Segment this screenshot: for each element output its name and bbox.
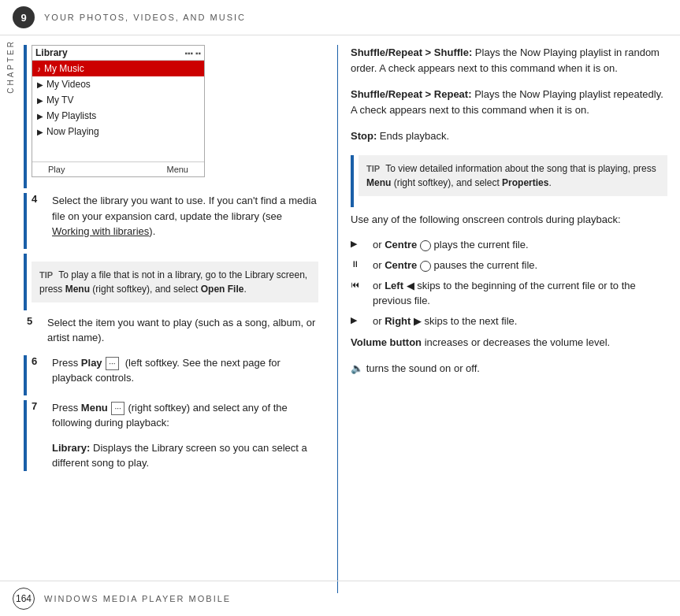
control-play: ▶ or Centre plays the current file. [351, 238, 667, 252]
volume-bold: Volume button [351, 336, 422, 348]
stop-para: Stop: Ends playback. [351, 128, 667, 144]
step-7-num: 7 [32, 400, 47, 412]
centre-button-1[interactable] [420, 240, 431, 251]
left-bold: Left [385, 280, 403, 291]
phone-menu-item-videos[interactable]: ▶ My Videos [32, 76, 204, 92]
tip1-text: To play a file that is not in a library,… [39, 269, 307, 295]
step4-content: 4 Select the library you want to use. If… [27, 193, 318, 249]
volume-section: Volume button increases or decreases the… [351, 335, 667, 351]
phone-menu-item-nowplaying[interactable]: ▶ Now Playing [32, 124, 204, 139]
phone-top-bar: Library ▪▪▪ ▪▪ [32, 46, 204, 61]
phone-signal: ▪▪▪ ▪▪ [184, 49, 201, 58]
centre-bold-1: Centre [385, 239, 417, 250]
phone-section: Library ▪▪▪ ▪▪ ♪ My Music ▶ My Videos ▶ … [24, 45, 318, 188]
step7-library-text: Library: Displays the Library screen so … [52, 442, 307, 469]
right-column: Shuffle/Repeat > Shuffle: Plays the Now … [344, 45, 667, 593]
step6-section: 6 Press Play ··· (left softkey. See the … [24, 355, 318, 395]
controls-intro-text: Use any of the following onscreen contro… [351, 212, 667, 228]
sound-toggle-section: 🔈 turns the sound on or off. [351, 361, 667, 377]
phone-menu-item-tv[interactable]: ▶ My TV [32, 92, 204, 108]
step-4: 4 Select the library you want to use. If… [32, 193, 318, 239]
tip-box-2: TIP To view detailed information about t… [359, 155, 667, 196]
shuffle-repeat-bold: Shuffle/Repeat > Repeat: [351, 88, 472, 100]
step-5: 5 Select the item you want to play (such… [27, 315, 318, 346]
phone-item-label: My Videos [46, 79, 91, 90]
control-skip-right: ▶ or Right ▶ skips to the next file. [351, 314, 667, 328]
control-skip-left-text: or Left ◀ skips to the beginning of the … [373, 279, 667, 307]
tv-icon: ▶ [37, 96, 43, 105]
control-skip-right-text: or Right ▶ skips to the next file. [373, 314, 517, 328]
tip-box-1: TIP To play a file that is not in a libr… [32, 262, 318, 302]
music-icon: ♪ [37, 65, 41, 73]
library-label-bold: Library: [52, 442, 90, 454]
centre-button-2[interactable] [420, 261, 431, 272]
phone-mockup-container: Library ▪▪▪ ▪▪ ♪ My Music ▶ My Videos ▶ … [27, 45, 318, 188]
nowplaying-icon: ▶ [37, 128, 43, 136]
step-7-text: Press Menu ··· (right softkey) and selec… [52, 400, 318, 431]
step6-softkey-box: ··· [106, 357, 118, 370]
tip1-content: TIP To play a file that is not in a libr… [27, 254, 318, 310]
step-7: 7 Press Menu ··· (right softkey) and sel… [32, 400, 318, 431]
stop-text: Ends playback. [380, 130, 449, 142]
page-number: 164 [13, 588, 35, 610]
shuffle-repeat-shuffle-section: Shuffle/Repeat > Shuffle: Plays the Now … [351, 45, 667, 76]
shuffle-repeat-repeat-section: Shuffle/Repeat > Repeat: Plays the Now P… [351, 87, 667, 117]
bottom-bar: 164 WINDOWS MEDIA PLAYER MOBILE [0, 581, 680, 616]
step-4-num: 4 [32, 193, 47, 205]
phone-mockup: Library ▪▪▪ ▪▪ ♪ My Music ▶ My Videos ▶ … [32, 45, 205, 177]
phone-item-label: Now Playing [46, 126, 99, 137]
controls-intro-section: Use any of the following onscreen contro… [351, 212, 667, 228]
tip2-text: To view detailed information about the s… [366, 163, 656, 188]
chapter-label: CHAPTER [6, 39, 15, 94]
step-6-num: 6 [32, 355, 47, 367]
phone-softkey-left[interactable]: Play [48, 165, 65, 174]
step-6-text: Press Play ··· (left softkey. See the ne… [52, 355, 318, 386]
step7-softkey-box: ··· [111, 402, 124, 415]
tip1-section: TIP To play a file that is not in a libr… [24, 254, 318, 310]
playlists-icon: ▶ [37, 112, 43, 121]
step6-play-bold: Play [81, 357, 102, 369]
tip1-openfile-bold: Open File [201, 284, 244, 295]
volume-para: Volume button increases or decreases the… [351, 335, 667, 351]
shuffle-repeat-para: Shuffle/Repeat > Repeat: Plays the Now P… [351, 87, 667, 117]
step-6: 6 Press Play ··· (left softkey. See the … [32, 355, 318, 386]
step-5-text: Select the item you want to play (such a… [47, 315, 318, 346]
speaker-icon: 🔈 [351, 361, 363, 377]
phone-bottom-bar: Play Menu [32, 161, 204, 176]
sound-toggle-para: 🔈 turns the sound on or off. [351, 361, 667, 377]
phone-title: Library [35, 47, 68, 58]
tip2-content: TIP To view detailed information about t… [354, 155, 667, 207]
left-column: Library ▪▪▪ ▪▪ ♪ My Music ▶ My Videos ▶ … [24, 45, 331, 593]
bottom-bar-title: WINDOWS MEDIA PLAYER MOBILE [44, 594, 231, 603]
phone-item-label: My TV [46, 95, 73, 106]
phone-menu-item-music[interactable]: ♪ My Music [32, 61, 204, 76]
step-5-num: 5 [27, 315, 43, 327]
tip2-menu-bold: Menu [366, 177, 391, 188]
top-bar-title: YOUR PHOTOS, VIDEOS, AND MUSIC [44, 13, 246, 22]
step4-section: 4 Select the library you want to use. If… [24, 193, 318, 249]
phone-softkey-right[interactable]: Menu [166, 165, 188, 174]
shuffle-shuffle-para: Shuffle/Repeat > Shuffle: Plays the Now … [351, 45, 667, 76]
tip-label-2: TIP [366, 164, 380, 173]
phone-item-label: My Playlists [46, 110, 96, 121]
right-bold: Right [385, 315, 411, 327]
tip1-menu-bold: Menu [65, 284, 90, 295]
step7-section: 7 Press Menu ··· (right softkey) and sel… [24, 400, 318, 471]
sound-toggle-text: turns the sound on or off. [366, 362, 480, 374]
control-skip-left: ⏮ or Left ◀ skips to the beginning of th… [351, 279, 667, 307]
phone-menu-item-playlists[interactable]: ▶ My Playlists [32, 108, 204, 124]
tip2-properties-bold: Properties [502, 177, 548, 188]
step7-content: 7 Press Menu ··· (right softkey) and sel… [27, 400, 318, 471]
volume-text: increases or decreases the volume level. [425, 336, 611, 348]
stop-bold: Stop: [351, 130, 377, 142]
control-pause-text: or Centre pauses the current file. [373, 258, 537, 273]
top-bar: 9 YOUR PHOTOS, VIDEOS, AND MUSIC [0, 0, 680, 35]
working-with-libraries-link[interactable]: Working with libraries [52, 225, 149, 237]
main-content: Library ▪▪▪ ▪▪ ♪ My Music ▶ My Videos ▶ … [0, 35, 680, 603]
step-4-text: Select the library you want to use. If y… [52, 193, 318, 239]
step7-library-item: Library: Displays the Library screen so … [52, 440, 318, 471]
tip-label-1: TIP [39, 270, 53, 280]
step6-content: 6 Press Play ··· (left softkey. See the … [27, 355, 318, 395]
column-divider [337, 45, 338, 593]
chapter-number: 9 [13, 6, 35, 28]
